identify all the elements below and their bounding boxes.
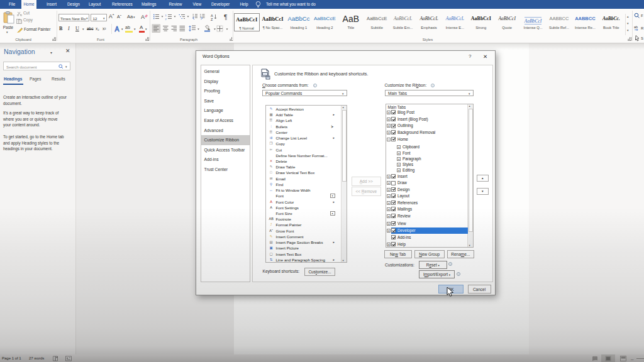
svg-text:¶: ¶: [224, 14, 227, 21]
svg-text:A: A: [141, 14, 145, 20]
svg-text:F: F: [641, 14, 643, 18]
svg-text:Z: Z: [211, 18, 213, 21]
svg-text:1: 1: [165, 14, 167, 17]
svg-text:R: R: [641, 26, 644, 30]
svg-text:ab: ab: [634, 25, 638, 29]
svg-text:2: 2: [165, 18, 167, 21]
svg-text:S: S: [641, 36, 643, 40]
svg-text:A: A: [115, 25, 119, 33]
